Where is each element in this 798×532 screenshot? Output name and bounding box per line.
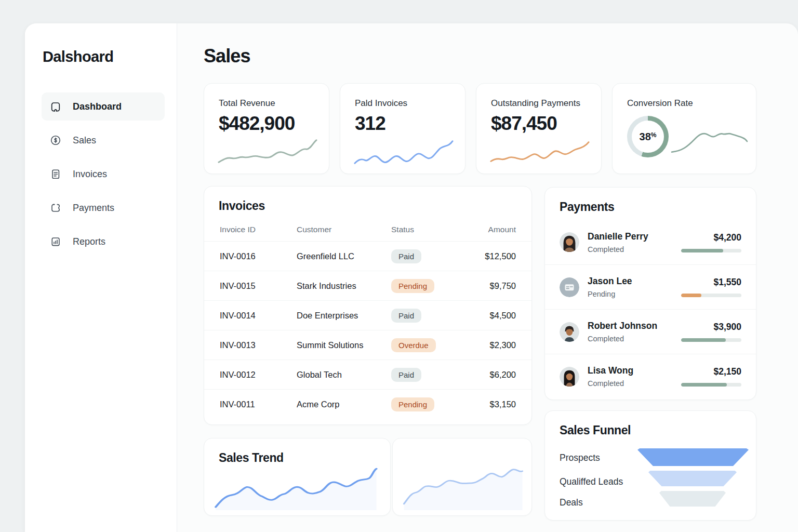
- main-content: Sales Total Revenue $482,900 Pald Invoic…: [177, 23, 798, 532]
- revenue-sparkline: [217, 136, 318, 166]
- payment-progress: [681, 249, 741, 252]
- wallet-icon: [50, 202, 61, 214]
- woman-short-hair-avatar: [560, 232, 579, 252]
- list-item[interactable]: Danielle Perry Completed $4,200: [545, 220, 756, 264]
- invoice-id: INV-0012: [220, 370, 297, 380]
- invoice-document-icon: [50, 168, 61, 180]
- status-badge: Overdue: [391, 338, 436, 352]
- table-row[interactable]: INV-0014 Doe Enterprises Paid $4,500: [204, 300, 531, 330]
- column-invoice-id: Invoice ID: [220, 225, 297, 234]
- status-badge: Pending: [391, 397, 434, 411]
- payment-status: Pending: [588, 290, 681, 298]
- invoice-amount: $12,500: [476, 251, 516, 261]
- payments-list: Danielle Perry Completed $4,200 Jason Le…: [545, 220, 756, 398]
- invoice-customer: Greenfield LLC: [297, 251, 391, 261]
- invoice-id: INV-0011: [220, 400, 297, 409]
- column-status: Status: [391, 225, 476, 234]
- invoice-customer: Stark Industries: [297, 281, 391, 291]
- page-title: Sales: [204, 45, 250, 67]
- status-badge: Paid: [391, 249, 421, 263]
- sidebar-item-label: Dashboard: [73, 101, 122, 112]
- sales-trend-card: Sales Trend: [204, 438, 391, 516]
- payment-amount: $4,200: [681, 232, 741, 243]
- invoice-customer: Global Tech: [297, 370, 391, 380]
- list-item[interactable]: Lisa Wong Completed $2,150: [545, 354, 756, 398]
- payment-status: Completed: [588, 245, 681, 254]
- list-item[interactable]: Robert Johnson Completed $3,900: [545, 309, 756, 354]
- sidebar-item-label: Payments: [73, 203, 114, 214]
- payments-card: Payments Danielle Perry Completed $4,200: [544, 187, 756, 400]
- funnel-chart: [637, 448, 748, 507]
- dashboard-icon: [50, 101, 61, 112]
- kpi-label: Conversion Rate: [627, 98, 693, 109]
- kpi-value: 312: [355, 113, 385, 135]
- sidebar-item-label: Sales: [73, 135, 96, 146]
- payments-title: Payments: [560, 200, 614, 214]
- status-badge: Paid: [391, 309, 421, 323]
- sidebar-item-label: Reports: [73, 236, 105, 247]
- invoices-table-body: INV-0016 Greenfield LLC Paid $12,500 INV…: [204, 241, 531, 419]
- sidebar: Dalshoard Dashboard: [25, 23, 177, 532]
- invoice-amount: $9,750: [476, 281, 516, 291]
- table-row[interactable]: INV-0015 Stark Industries Pending $9,750: [204, 271, 531, 300]
- funnel-stage: [637, 448, 749, 466]
- conversion-donut: 38%: [627, 116, 669, 157]
- invoice-customer: Acme Corp: [297, 400, 391, 409]
- payment-name: Robert Johnson: [588, 321, 681, 331]
- invoice-amount: $4,500: [476, 311, 516, 321]
- invoice-amount: $6,200: [476, 370, 516, 380]
- kpi-row: Total Revenue $482,900 Pald Invoices 312: [204, 83, 756, 174]
- dollar-circle-icon: [50, 135, 61, 146]
- payment-progress-fill: [681, 294, 701, 297]
- kpi-card-total-revenue: Total Revenue $482,900: [204, 83, 329, 174]
- payment-amount: $2,150: [681, 366, 741, 377]
- kpi-value: $482,900: [219, 113, 295, 135]
- kpi-card-conversion-rate: Conversion Rate 38%: [612, 83, 756, 174]
- app-title: Dalshoard: [43, 48, 113, 65]
- sidebar-nav: Dashboard Sales: [42, 92, 165, 261]
- sidebar-item-sales[interactable]: Sales: [42, 126, 165, 154]
- table-row[interactable]: INV-0013 Summit Solutions Overdue $2,300: [204, 330, 531, 360]
- invoice-amount: $2,300: [476, 340, 516, 350]
- kpi-value: $87,450: [491, 113, 557, 135]
- invoice-customer: Summit Solutions: [297, 340, 391, 350]
- sidebar-item-payments[interactable]: Payments: [42, 194, 165, 222]
- payment-progress-fill: [681, 338, 726, 342]
- sidebar-item-invoices[interactable]: Invoices: [42, 160, 165, 188]
- sales-trend-secondary-card: [392, 438, 532, 516]
- payment-name: Danielle Perry: [588, 231, 681, 242]
- sales-trend-chart: [212, 462, 384, 510]
- list-item[interactable]: Jason Lee Pending $1,550: [545, 264, 756, 309]
- credit-card-avatar: [560, 277, 579, 297]
- sales-funnel-title: Sales Funnel: [560, 423, 631, 437]
- invoice-id: INV-0014: [220, 311, 297, 321]
- invoices-table-header: Invoice ID Customer Status Amount: [204, 225, 531, 234]
- funnel-stage: [659, 491, 726, 507]
- funnel-stage-label: Deals: [560, 497, 583, 508]
- funnel-stage-label: Qualiffed Leads: [560, 476, 623, 487]
- sidebar-item-dashboard[interactable]: Dashboard: [42, 92, 165, 121]
- invoices-card: Invoices Invoice ID Customer Status Amou…: [204, 186, 532, 425]
- invoices-title: Invoices: [219, 199, 265, 213]
- payment-amount: $3,900: [681, 322, 741, 332]
- payment-progress: [681, 383, 741, 387]
- invoice-id: INV-0016: [220, 251, 297, 261]
- table-row[interactable]: INV-0012 Global Tech Paid $6,200: [204, 360, 531, 389]
- funnel-stage-label: Prospects: [560, 453, 600, 463]
- kpi-card-paid-invoices: Pald Invoices 312: [340, 83, 466, 174]
- payment-progress: [681, 294, 741, 297]
- table-row[interactable]: INV-0016 Greenfield LLC Paid $12,500: [204, 241, 531, 271]
- status-badge: Paid: [391, 368, 421, 382]
- outstanding-sparkline: [489, 136, 591, 166]
- table-row[interactable]: INV-0011 Acme Corp Pending $3,150: [204, 389, 531, 419]
- column-customer: Customer: [297, 225, 391, 234]
- sidebar-item-reports[interactable]: Reports: [42, 228, 165, 256]
- bar-chart-icon: [50, 236, 61, 247]
- kpi-label: Total Revenue: [219, 98, 275, 109]
- conversion-sparkline: [671, 121, 749, 158]
- payment-progress-fill: [681, 383, 727, 387]
- invoices-sparkline: [353, 136, 455, 166]
- invoice-amount: $3,150: [476, 400, 516, 409]
- sales-funnel-card: Sales Funnel Prospects Qualiffed Leads D…: [544, 410, 756, 521]
- payment-progress-fill: [681, 249, 723, 252]
